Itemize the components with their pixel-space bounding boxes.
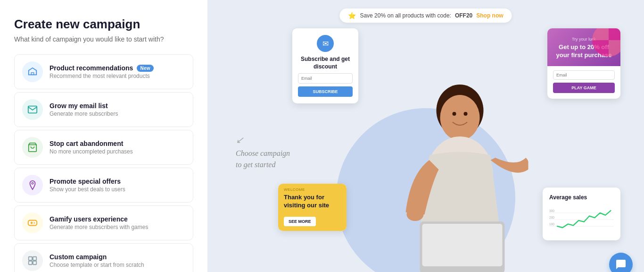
campaign-text: Product recommendationsNewRecommend the …: [50, 64, 185, 79]
svg-text:100: 100: [549, 222, 554, 226]
svg-point-4: [34, 222, 35, 223]
campaign-item-product-recommendations[interactable]: Product recommendationsNewRecommend the …: [14, 54, 193, 89]
svg-point-21: [464, 112, 468, 116]
svg-rect-17: [422, 224, 503, 266]
welcome-body: SEE MORE: [278, 213, 347, 231]
notif-star-icon: ⭐: [348, 12, 356, 19]
play-game-button[interactable]: PLAY GAME: [553, 83, 615, 93]
choose-arrow-icon: ↙: [236, 133, 290, 147]
notif-shop-link[interactable]: Shop now: [476, 12, 503, 19]
subscribe-card: ✉ Subscribe and get discount SUBSCRIBE: [292, 28, 358, 103]
svg-rect-7: [33, 257, 36, 260]
campaign-badge-new: New: [137, 65, 153, 72]
try-luck-card: Try your luck Get up to 20% off your fir…: [547, 28, 620, 99]
svg-rect-0: [31, 73, 34, 75]
see-more-button[interactable]: SEE MORE: [284, 217, 316, 226]
campaign-text: Stop cart abandonmentNo more uncompleted…: [50, 140, 185, 155]
campaign-icon-gamify-experience: [22, 212, 43, 233]
person-image: [392, 80, 528, 272]
page-title: Create new campaign: [14, 17, 193, 32]
welcome-header: WELCOME Thank you for visiting our site: [278, 184, 347, 213]
subscribe-email-icon: ✉: [317, 35, 334, 52]
svg-rect-8: [29, 261, 32, 264]
right-panel: ⭐ Save 20% on all products with code: OF…: [207, 0, 644, 272]
notif-text: Save 20% on all products with code:: [360, 12, 451, 19]
svg-rect-9: [33, 261, 36, 264]
svg-text:200: 200: [549, 216, 554, 219]
svg-rect-6: [29, 257, 32, 260]
campaign-item-custom-campaign[interactable]: Custom campaignChoose template or start …: [14, 243, 193, 272]
subscribe-button[interactable]: SUBSCRIBE: [298, 86, 353, 97]
welcome-card: WELCOME Thank you for visiting our site …: [278, 184, 347, 231]
campaign-text: Grow my email listGenerate more subscrib…: [50, 102, 185, 117]
campaign-icon-product-recommendations: [22, 61, 43, 82]
campaign-description: No more uncompleted purchases: [50, 148, 185, 155]
campaign-item-promote-special-offers[interactable]: Promote special offersShow your best dea…: [14, 168, 193, 203]
campaign-text: Custom campaignChoose template or start …: [50, 253, 185, 268]
try-luck-header: Try your luck Get up to 20% off your fir…: [547, 28, 620, 66]
average-sales-card: Average sales 300 200 100: [543, 187, 620, 240]
campaign-list: Product recommendationsNewRecommend the …: [14, 54, 193, 272]
campaign-item-grow-email-list[interactable]: Grow my email listGenerate more subscrib…: [14, 92, 193, 127]
svg-point-20: [453, 112, 456, 116]
campaign-item-gamify-experience[interactable]: Gamify users experienceGenerate more sub…: [14, 205, 193, 240]
campaign-name: Custom campaign: [50, 253, 185, 261]
choose-campaign-text: ↙ Choose campaign to get started: [236, 133, 290, 170]
svg-point-19: [444, 100, 477, 133]
svg-text:300: 300: [549, 209, 554, 212]
campaign-name: Promote special offers: [50, 178, 185, 185]
campaign-text: Gamify users experienceGenerate more sub…: [50, 215, 185, 230]
page-subtitle: What kind of campaign you would like to …: [14, 35, 193, 43]
campaign-name: Grow my email list: [50, 102, 185, 110]
campaign-icon-promote-special-offers: [22, 175, 43, 196]
subscribe-card-title: Subscribe and get discount: [298, 56, 353, 70]
sales-card-title: Average sales: [549, 194, 614, 201]
campaign-description: Generate more subscribers: [50, 110, 185, 117]
notification-bar: ⭐ Save 20% on all products with code: OF…: [339, 8, 512, 23]
campaign-name: Stop cart abandonment: [50, 140, 185, 147]
svg-point-5: [34, 223, 35, 224]
sales-chart: 300 200 100: [549, 205, 614, 234]
svg-point-15: [407, 208, 424, 221]
campaign-description: Generate more subscribers with games: [50, 224, 185, 230]
notif-code: OFF20: [455, 12, 472, 19]
campaign-name: Gamify users experience: [50, 215, 185, 223]
campaign-text: Promote special offersShow your best dea…: [50, 178, 185, 193]
try-luck-body: PLAY GAME: [547, 66, 620, 99]
campaign-description: Show your best deals to users: [50, 186, 185, 193]
campaign-description: Recommend the most relevant products: [50, 73, 185, 79]
welcome-label: WELCOME: [284, 187, 341, 192]
campaign-icon-stop-cart-abandonment: [22, 137, 43, 158]
left-panel: Create new campaign What kind of campaig…: [0, 0, 207, 272]
subscribe-email-input[interactable]: [298, 73, 353, 84]
campaign-item-stop-cart-abandonment[interactable]: Stop cart abandonmentNo more uncompleted…: [14, 130, 193, 165]
chat-button[interactable]: [609, 253, 633, 272]
campaign-description: Choose template or start from scratch: [50, 262, 185, 268]
welcome-title: Thank you for visiting our site: [284, 194, 341, 210]
try-luck-email-input[interactable]: [553, 70, 615, 80]
campaign-icon-custom-campaign: [22, 250, 43, 271]
svg-point-2: [32, 183, 33, 185]
campaign-icon-grow-email-list: [22, 99, 43, 120]
campaign-name: Product recommendationsNew: [50, 64, 185, 72]
chat-icon: [615, 259, 627, 270]
